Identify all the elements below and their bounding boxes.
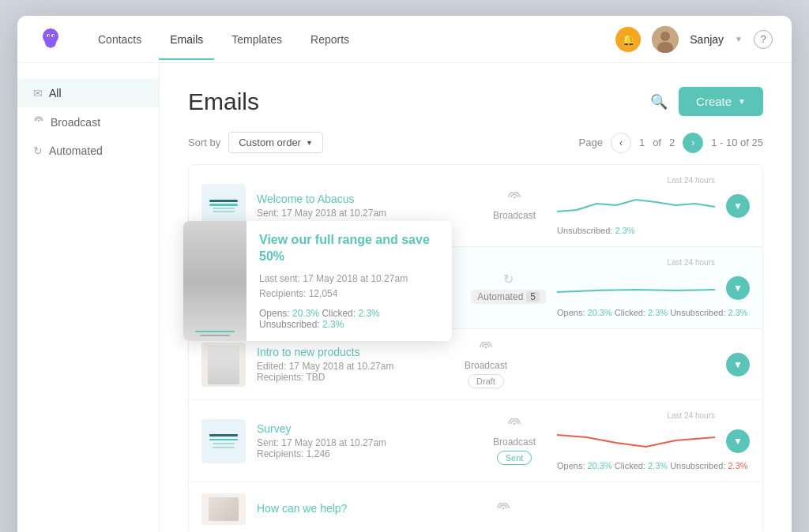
prev-page-button[interactable]: ‹ [611, 133, 631, 153]
email-type-label: Broadcast [493, 436, 536, 448]
automated-icon: ↻ [33, 144, 43, 157]
broadcast-type-icon [506, 417, 522, 433]
page-header: Emails 🔍 Create [188, 87, 763, 116]
nav-emails[interactable]: Emails [159, 27, 214, 52]
email-row: How can we help? [189, 482, 762, 532]
email-row: Survey Sent: 17 May 2018 at 10.27am Reci… [189, 400, 762, 482]
sort-dropdown[interactable]: Custom order [228, 132, 323, 153]
broadcast-type-icon [495, 501, 511, 518]
email-chart: Last 24 hours Opens: 20.3% Clicked: 2.3%… [557, 411, 715, 470]
email-info: Survey Sent: 17 May 2018 at 10.27am Reci… [257, 422, 472, 459]
top-nav: Contacts Emails Templates Reports Sanjay… [17, 16, 792, 63]
sort-by-label: Sort by [188, 137, 220, 148]
popup-title: View our full range and save 50% [259, 232, 439, 265]
avatar [652, 26, 679, 53]
page-current: 1 [639, 137, 645, 148]
email-info: Welcome to Abacus Sent: 17 May 2018 at 1… [257, 193, 472, 219]
email-recipients: Recipients: 1,246 [257, 448, 472, 459]
email-chart: Last 24 hours Unsubscribed: 2.3% [557, 176, 715, 235]
email-name[interactable]: Intro to new products [257, 346, 443, 358]
email-meta: Sent: 17 May 2018 at 10.27am [257, 208, 472, 219]
email-info: How can we help? [257, 502, 461, 517]
notification-button[interactable] [615, 27, 641, 52]
svg-point-9 [660, 32, 670, 41]
help-button[interactable]: ? [754, 30, 773, 49]
automated-type-icon: ↻ [503, 272, 514, 287]
row-action-button[interactable]: ▼ [726, 194, 750, 218]
email-meta: Edited: 17 May 2018 at 10.27am [257, 361, 443, 372]
email-meta: Sent: 17 May 2018 at 10.27am [257, 437, 472, 448]
nav-links: Contacts Emails Templates Reports [87, 27, 615, 52]
broadcast-type-icon [506, 190, 522, 207]
row-action-button[interactable]: ▼ [726, 429, 750, 453]
popup-card: View our full range and save 50% Last se… [183, 221, 452, 341]
email-name[interactable]: Survey [257, 422, 472, 435]
row-action-button[interactable]: ▼ [726, 276, 750, 300]
search-button[interactable]: 🔍 [650, 93, 668, 111]
email-list: Welcome to Abacus Sent: 17 May 2018 at 1… [188, 164, 763, 532]
svg-point-12 [514, 197, 516, 199]
email-name[interactable]: Welcome to Abacus [257, 193, 472, 205]
email-type-area: Broadcast [483, 190, 546, 221]
popup-stats: Opens: 20.3% Clicked: 2.3% Unsubscribed:… [259, 308, 439, 330]
email-type-label: Broadcast [465, 360, 507, 371]
nav-right: Sanjay ▼ ? [615, 26, 773, 53]
sort-area: Sort by Custom order [188, 132, 323, 153]
nav-contacts[interactable]: Contacts [87, 27, 152, 52]
email-thumbnail [201, 419, 246, 463]
create-button[interactable]: Create [679, 87, 763, 116]
email-name[interactable]: How can we help? [257, 502, 461, 515]
user-name[interactable]: Sanjay [690, 33, 724, 46]
svg-point-11 [38, 120, 40, 122]
email-info: Intro to new products Edited: 17 May 201… [257, 346, 443, 383]
popup-content: View our full range and save 50% Last se… [246, 221, 452, 341]
page-range: 1 - 10 of 25 [711, 137, 763, 148]
svg-point-15 [502, 507, 505, 509]
email-chart: Last 24 hours Opens: 20.3% Clicked: 2.3%… [557, 258, 715, 317]
next-page-button[interactable]: › [683, 133, 703, 153]
content-area: Emails 🔍 Create Sort by Custom order Pag… [160, 63, 792, 532]
toolbar: Sort by Custom order Page ‹ 1 of 2 › 1 -… [188, 132, 763, 153]
logo[interactable] [36, 25, 65, 54]
status-badge: Draft [468, 374, 504, 388]
sidebar: ✉ All Broadcast ↻ Automated [17, 63, 160, 532]
row-action-button[interactable]: ▼ [726, 353, 750, 377]
svg-point-7 [53, 35, 55, 36]
email-thumbnail [201, 343, 246, 387]
broadcast-type-icon [478, 340, 494, 357]
pagination: Page ‹ 1 of 2 › 1 - 10 of 25 [579, 133, 763, 153]
svg-point-13 [485, 347, 487, 349]
main-content: ✉ All Broadcast ↻ Automated Emails 🔍 [17, 63, 792, 532]
email-type-label: Broadcast [493, 210, 536, 221]
email-type-area: ↻ Automated 5 [471, 272, 546, 304]
mail-icon: ✉ [33, 87, 43, 99]
automated-badge: Automated 5 [471, 290, 546, 304]
nav-reports[interactable]: Reports [299, 27, 360, 52]
email-thumbnail [201, 493, 246, 525]
popup-last-sent: Last sent: 17 May 2018 at 10.27am Recipi… [259, 272, 439, 302]
nav-templates[interactable]: Templates [220, 27, 293, 52]
email-type-area: Broadcast Draft [454, 340, 517, 388]
broadcast-icon [33, 115, 44, 129]
status-badge: Sent [497, 451, 532, 465]
user-dropdown[interactable]: ▼ [735, 35, 743, 43]
page-of-label: of [653, 137, 661, 148]
email-type-area [472, 501, 535, 518]
page-title: Emails [188, 88, 259, 115]
sidebar-item-broadcast[interactable]: Broadcast [17, 107, 159, 137]
popup-image [183, 221, 246, 341]
page-total: 2 [669, 137, 675, 148]
svg-point-14 [514, 423, 516, 425]
email-recipients: Recipients: TBD [257, 372, 443, 383]
header-actions: 🔍 Create [650, 87, 763, 116]
email-type-area: Broadcast Sent [483, 417, 546, 465]
svg-point-6 [48, 35, 50, 36]
page-label: Page [579, 137, 603, 148]
sidebar-item-all[interactable]: ✉ All [17, 79, 159, 107]
sidebar-item-automated[interactable]: ↻ Automated [17, 137, 159, 165]
